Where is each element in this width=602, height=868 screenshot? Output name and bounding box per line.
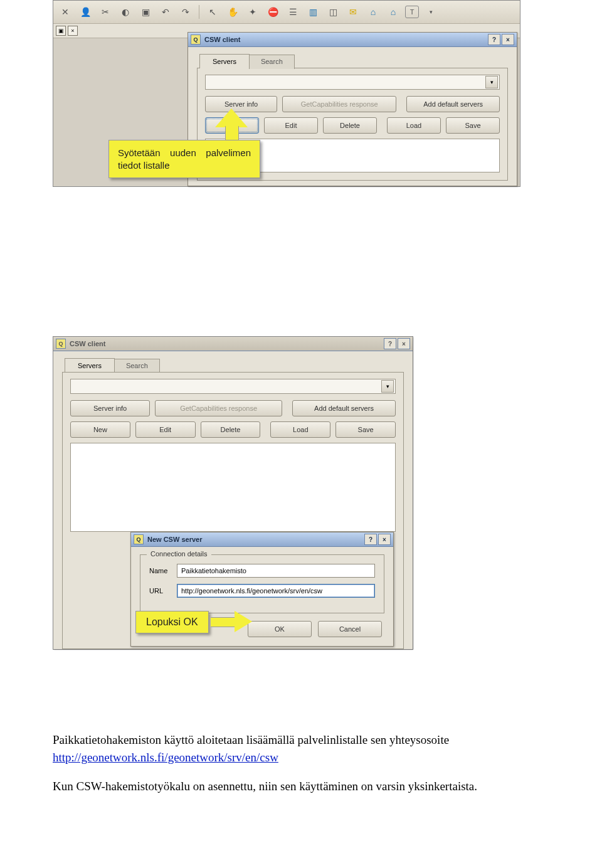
dialog-title: CSW client xyxy=(70,340,105,347)
tab-servers[interactable]: Servers xyxy=(199,54,250,68)
figure-1: ✕ 👤 ✂ ◐ ▣ ↶ ↷ ↖ ✋ ✦ ⛔ ☰ ▥ ◫ ✉ ⌂ ⌂ T ▾ ▣ … xyxy=(53,0,520,187)
stop-icon[interactable]: ⛔ xyxy=(265,4,281,20)
close-button[interactable]: × xyxy=(398,338,410,349)
cut-icon[interactable]: ✕ xyxy=(57,4,73,20)
callout-1: Syötetään uuden palvelimen tiedot listal… xyxy=(108,140,260,178)
csw-url-link[interactable]: http://geonetwork.nls.fi/geonetwork/srv/… xyxy=(53,751,278,764)
name-label: Name xyxy=(149,567,177,574)
name-field[interactable] xyxy=(177,564,375,578)
dialog-titlebar[interactable]: Q CSW client ? × xyxy=(188,33,517,47)
button-row-1: Server info GetCapabilities response Add… xyxy=(205,96,500,112)
ok-button[interactable]: OK xyxy=(248,621,312,637)
save-button[interactable]: Save xyxy=(335,421,396,438)
inner-dialog-titlebar[interactable]: Q New CSW server ? × xyxy=(131,532,393,547)
chevron-down-icon[interactable]: ▾ xyxy=(381,380,394,393)
home-icon[interactable]: ⌂ xyxy=(385,4,401,20)
dock-icon[interactable]: ▣ xyxy=(56,26,66,36)
cursor-icon[interactable]: ↖ xyxy=(204,4,221,20)
tab-row-2: Servers Search xyxy=(53,351,413,372)
save-button[interactable]: Save xyxy=(446,117,500,134)
paragraph-2: Kun CSW-hakemistotyökalu on asennettu, n… xyxy=(53,778,564,795)
chat-icon[interactable]: ✉ xyxy=(345,4,361,20)
help-button[interactable]: ? xyxy=(364,534,377,545)
app-icon: Q xyxy=(56,339,66,349)
para1-text: Paikkatietohakemiston käyttö aloitetaan … xyxy=(53,733,449,746)
chevron-down-icon[interactable]: ▾ xyxy=(485,76,498,88)
chart-icon[interactable]: ▥ xyxy=(305,4,321,20)
hand-icon[interactable]: ✋ xyxy=(224,4,241,20)
paragraph-1: Paikkatietohakemiston käyttö aloitetaan … xyxy=(53,731,564,766)
fieldset-legend: Connection details xyxy=(147,550,211,558)
get-capabilities-button[interactable]: GetCapabilities response xyxy=(155,400,282,416)
redo-icon[interactable]: ↷ xyxy=(177,4,194,20)
callout-text: Syötetään uuden palvelimen tiedot listal… xyxy=(118,147,251,171)
figure-2: Q CSW client ? × Servers Search ▾ Server… xyxy=(53,336,413,650)
load-button[interactable]: Load xyxy=(270,421,330,438)
tab-body-2: ▾ Server info GetCapabilities response A… xyxy=(62,372,404,649)
home-star-icon[interactable]: ⌂ xyxy=(365,4,381,20)
url-row: URL xyxy=(149,584,375,598)
toolbar-separator xyxy=(199,5,199,19)
dialog-titlebar-2[interactable]: Q CSW client ? × xyxy=(53,337,413,351)
server-dropdown[interactable]: ▾ xyxy=(205,75,500,90)
inner-dialog-title: New CSW server xyxy=(147,536,202,543)
clip-icon[interactable]: ◫ xyxy=(325,4,341,20)
csw-client-dialog-2: Q CSW client ? × Servers Search ▾ Server… xyxy=(53,337,413,649)
dialog-title: CSW client xyxy=(204,36,240,43)
document-body-text: Paikkatietohakemiston käyttö aloitetaan … xyxy=(53,731,564,795)
connection-details-fieldset: Connection details Name URL xyxy=(140,554,384,613)
app-icon: Q xyxy=(191,34,201,45)
cancel-button[interactable]: Cancel xyxy=(318,621,382,637)
tab-search[interactable]: Search xyxy=(249,55,295,69)
wand-icon[interactable]: ✦ xyxy=(245,4,261,20)
button-row-1b: Server info GetCapabilities response Add… xyxy=(70,400,396,416)
close-mini-icon[interactable]: × xyxy=(68,26,78,36)
app-toolbar: ✕ 👤 ✂ ◐ ▣ ↶ ↷ ↖ ✋ ✦ ⛔ ☰ ▥ ◫ ✉ ⌂ ⌂ T ▾ xyxy=(53,1,520,24)
layers-icon[interactable]: ▣ xyxy=(137,4,154,20)
dropdown-icon[interactable]: ▾ xyxy=(423,4,439,20)
get-capabilities-button[interactable]: GetCapabilities response xyxy=(282,96,396,112)
tab-servers[interactable]: Servers xyxy=(65,358,115,373)
close-button[interactable]: × xyxy=(502,34,514,45)
button-row-2b: New Edit Delete Load Save xyxy=(70,421,396,438)
button-row-2: New Edit Delete Load Save xyxy=(205,117,500,134)
name-row: Name xyxy=(149,564,375,578)
close-button[interactable]: × xyxy=(378,534,391,545)
load-button[interactable]: Load xyxy=(387,117,441,134)
new-button[interactable]: New xyxy=(70,421,130,438)
url-label: URL xyxy=(149,587,177,595)
help-button[interactable]: ? xyxy=(384,338,396,349)
callout-2: Lopuksi OK xyxy=(135,611,209,633)
text-icon[interactable]: T xyxy=(405,6,419,18)
tab-row: Servers Search xyxy=(188,47,517,68)
people-icon[interactable]: 👤 xyxy=(77,4,93,20)
add-default-servers-button[interactable]: Add default servers xyxy=(292,400,396,416)
tab-search[interactable]: Search xyxy=(114,359,160,373)
callout-2-text: Lopuksi OK xyxy=(146,617,198,627)
add-default-servers-button[interactable]: Add default servers xyxy=(406,96,500,112)
app-icon: Q xyxy=(134,534,144,544)
delete-button[interactable]: Delete xyxy=(323,117,377,134)
server-list-area-2[interactable] xyxy=(70,443,396,532)
globe-icon[interactable]: ◐ xyxy=(117,4,134,20)
url-field[interactable] xyxy=(177,584,375,598)
server-info-button[interactable]: Server info xyxy=(70,400,150,416)
help-button[interactable]: ? xyxy=(488,34,500,45)
edit-button[interactable]: Edit xyxy=(135,421,196,438)
server-dropdown-2[interactable]: ▾ xyxy=(70,379,396,394)
scissors-icon[interactable]: ✂ xyxy=(97,4,114,20)
list-icon[interactable]: ☰ xyxy=(285,4,301,20)
delete-button[interactable]: Delete xyxy=(201,421,261,438)
edit-button[interactable]: Edit xyxy=(264,117,318,134)
undo-icon[interactable]: ↶ xyxy=(157,4,174,20)
